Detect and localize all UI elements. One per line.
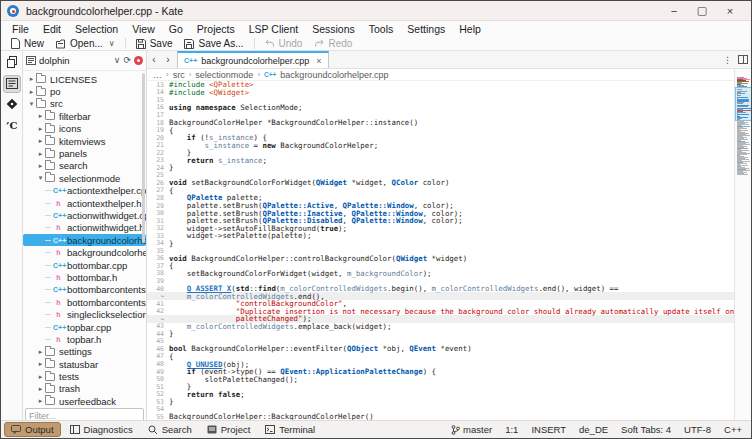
split-view-icon[interactable]: [738, 55, 748, 64]
tree-item-actionwithwidget-h[interactable]: hactionwithwidget.h: [23, 222, 146, 234]
tree-item-userfeedback[interactable]: ▸userfeedback: [23, 395, 146, 407]
menu-tools[interactable]: Tools: [362, 22, 401, 36]
tree-item-topbar-cpp[interactable]: C++topbar.cpp: [23, 321, 146, 333]
tree-collapsed-icon[interactable]: ▸: [36, 125, 45, 133]
code-line-21[interactable]: 21 s_instance = new BackgroundColorHelpe…: [147, 141, 734, 149]
tree-item-panels[interactable]: ▸panels: [23, 147, 146, 159]
tree-item-actionwithwidget-cpp[interactable]: C++actionwithwidget.cpp: [23, 209, 146, 221]
minimap-viewport[interactable]: [735, 87, 752, 121]
breadcrumb-segment[interactable]: selectionmode: [195, 70, 253, 80]
toolview-diagnostics-button[interactable]: Diagnostics: [64, 423, 139, 436]
toolview-search-button[interactable]: Search: [142, 423, 198, 436]
code-line-43[interactable]: 43 m_colorControlledWidgets.emplace_back…: [147, 323, 734, 331]
minimize-button[interactable]: −: [667, 4, 681, 18]
tree-collapsed-icon[interactable]: ▸: [36, 150, 45, 158]
tree-item-po[interactable]: ▸po: [23, 85, 146, 97]
toolview-terminal-button[interactable]: Terminal: [259, 423, 321, 436]
toolview-output-button[interactable]: Output: [4, 422, 61, 437]
code-line-18[interactable]: 18BackgroundColorHelper *BackgroundColor…: [147, 119, 734, 127]
tree-scrollbar[interactable]: [142, 73, 145, 243]
code-line-53[interactable]: 53}: [147, 398, 734, 406]
minimap-scrollbar[interactable]: [734, 69, 752, 422]
code-line-24[interactable]: 24}: [147, 164, 734, 172]
tree-item-actiontexthelper-cpp[interactable]: C++actiontexthelper.cpp: [23, 185, 146, 197]
code-line-36[interactable]: 36void BackgroundColorHelper::controlBac…: [147, 255, 734, 263]
history-back-button[interactable]: ‹: [147, 51, 161, 68]
tree-item-bottombarcontentscont-[interactable]: hbottombarcontentscont...: [23, 296, 146, 308]
tree-collapsed-icon[interactable]: ▸: [36, 348, 45, 356]
toolview-project-button[interactable]: Project: [201, 423, 257, 436]
dictionary-status[interactable]: de_DE: [579, 424, 608, 435]
code-line-14[interactable]: 14#include <QWidget>: [147, 89, 734, 97]
tab-overflow-icon[interactable]: ⋮: [723, 55, 732, 65]
menu-selection[interactable]: Selection: [68, 22, 125, 36]
tree-item-selectionmode[interactable]: ▾selectionmode: [23, 172, 146, 184]
save-button[interactable]: Save: [130, 37, 179, 50]
menu-lsp-client[interactable]: LSP Client: [242, 22, 305, 36]
tree-collapsed-icon[interactable]: ▸: [27, 75, 36, 83]
close-project-icon[interactable]: [134, 56, 143, 65]
menu-settings[interactable]: Settings: [400, 22, 452, 36]
code-line-50[interactable]: 50 slotPaletteChanged();: [147, 375, 734, 383]
open-button[interactable]: Open...∨: [50, 37, 121, 50]
save-as-button[interactable]: Save As...: [178, 37, 249, 50]
menu-projects[interactable]: Projects: [190, 22, 242, 36]
menu-sessions[interactable]: Sessions: [305, 22, 362, 36]
code-line-23[interactable]: 23 return s_instance;: [147, 156, 734, 164]
tree-collapsed-icon[interactable]: ▸: [27, 88, 36, 96]
tree-item-statusbar[interactable]: ▸statusbar: [23, 358, 146, 370]
new-button[interactable]: New: [5, 37, 50, 50]
tree-item-backgroundcolorhelper-h[interactable]: hbackgroundcolorhelper.h: [23, 246, 146, 258]
code-view[interactable]: 13#include <QPalette>14#include <QWidget…: [147, 81, 734, 422]
tree-collapsed-icon[interactable]: ▸: [36, 360, 45, 368]
code-line-44[interactable]: 44}: [147, 330, 734, 338]
chevron-down-icon[interactable]: ∨: [114, 56, 121, 65]
history-forward-button[interactable]: ›: [161, 51, 175, 68]
code-line-46[interactable]: 46bool BackgroundColorHelper::eventFilte…: [147, 345, 734, 353]
tree-item-bottombar-h[interactable]: hbottombar.h: [23, 271, 146, 283]
project-selector[interactable]: dolphin: [39, 55, 111, 66]
toolview-git-button[interactable]: [3, 96, 21, 114]
input-mode-status[interactable]: INSERT: [531, 424, 566, 435]
refresh-icon[interactable]: ⟳: [123, 56, 131, 65]
code-line-34[interactable]: 34}: [147, 239, 734, 247]
tab-mode-status[interactable]: Soft Tabs: 4: [621, 424, 671, 435]
close-button[interactable]: ×: [723, 4, 737, 18]
tree-expanded-icon[interactable]: ▾: [27, 100, 36, 108]
tree-collapsed-icon[interactable]: ▸: [36, 162, 45, 170]
cursor-position-status[interactable]: 1:1: [505, 424, 518, 435]
tab-backgroundcolorhelper[interactable]: C++ backgroundcolorhelper.cpp ×: [177, 51, 329, 68]
encoding-status[interactable]: UTF-8: [684, 424, 711, 435]
maximize-button[interactable]: ▢: [695, 4, 709, 18]
code-line-16[interactable]: 16using namespace SelectionMode;: [147, 104, 734, 112]
code-line-38[interactable]: 38 setBackgroundColorForWidget(widget, m…: [147, 270, 734, 278]
tree-item-settings[interactable]: ▸settings: [23, 346, 146, 358]
code-line-26[interactable]: 26void setBackgroundColorForWidget(QWidg…: [147, 179, 734, 187]
tree-item-icons[interactable]: ▸icons: [23, 123, 146, 135]
tree-item-search[interactable]: ▸search: [23, 160, 146, 172]
menu-view[interactable]: View: [125, 22, 162, 36]
code-line-52[interactable]: 52 return false;: [147, 390, 734, 398]
tree-collapsed-icon[interactable]: ▸: [36, 385, 45, 393]
tree-item-topbar-h[interactable]: htopbar.h: [23, 333, 146, 345]
breadcrumb-segment[interactable]: src: [173, 70, 185, 80]
tree-item-singleclickselectionproxy-[interactable]: hsingleclickselectionproxy...: [23, 308, 146, 320]
tree-collapsed-icon[interactable]: ▸: [36, 112, 45, 120]
chevron-down-icon[interactable]: ∨: [109, 39, 115, 48]
tree-collapsed-icon[interactable]: ▸: [36, 373, 45, 381]
menu-file[interactable]: File: [5, 22, 36, 36]
git-branch-status[interactable]: master: [451, 424, 492, 435]
toolview-documents-button[interactable]: [3, 54, 21, 72]
tree-expanded-icon[interactable]: ▾: [36, 174, 45, 182]
menu-help[interactable]: Help: [452, 22, 488, 36]
tree-item-filterbar[interactable]: ▸filterbar: [23, 110, 146, 122]
tree-collapsed-icon[interactable]: ▸: [36, 137, 45, 145]
toolview-ctags-button[interactable]: ’C: [3, 117, 21, 135]
code-line-33[interactable]: 33 widget->setPalette(palette);: [147, 232, 734, 240]
syntax-status[interactable]: C++: [724, 424, 742, 435]
menu-edit[interactable]: Edit: [36, 22, 68, 36]
tree-collapsed-icon[interactable]: ▸: [36, 397, 45, 405]
tree-item-kitemviews[interactable]: ▸kitemviews: [23, 135, 146, 147]
tree-item-tests[interactable]: ▸tests: [23, 370, 146, 382]
tree-item-bottombar-cpp[interactable]: C++bottombar.cpp: [23, 259, 146, 271]
